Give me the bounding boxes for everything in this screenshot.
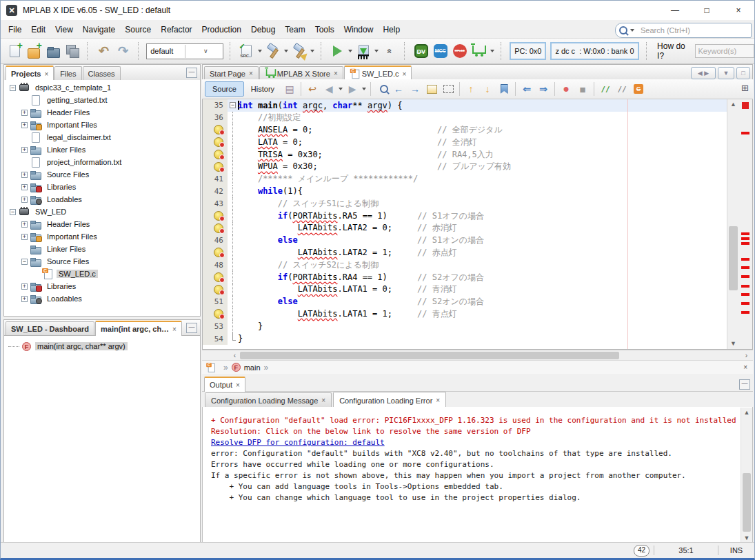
lightbulb-error-icon[interactable] — [214, 125, 223, 134]
tab-projects[interactable]: Projects× — [6, 66, 54, 81]
tree-item-label[interactable]: Linker Files — [45, 245, 88, 253]
navigator-item-main[interactable]: F main(int argc, char** argv) — [4, 340, 200, 352]
last-edit-icon[interactable]: ↩ — [305, 81, 320, 97]
error-mark[interactable] — [741, 285, 749, 288]
tab-scroll-arrows[interactable]: ◀ ▶ — [691, 67, 716, 79]
lightbulb-error-icon[interactable] — [214, 150, 223, 159]
fold-gutter[interactable] — [228, 234, 238, 247]
error-mark[interactable] — [741, 258, 749, 261]
code-text[interactable]: ANSELA = 0; // 全部デジタル — [238, 124, 503, 136]
close-icon[interactable]: × — [44, 70, 48, 78]
nav-back-icon[interactable]: ◀ — [321, 81, 336, 97]
expand-toggle-icon[interactable]: + — [21, 221, 28, 228]
error-mark[interactable] — [741, 237, 749, 240]
tree-item-label[interactable]: Source Files — [45, 170, 91, 179]
error-mark[interactable] — [741, 266, 749, 269]
how-do-i-input[interactable]: Keyword(s) — [695, 44, 755, 58]
shift-line-right-icon[interactable]: ⇒ — [536, 81, 551, 97]
fold-gutter[interactable]: − — [228, 99, 238, 112]
tree-item[interactable]: +Important Files — [4, 119, 200, 131]
tree-item[interactable]: SW_LED.c — [4, 268, 200, 280]
fold-gutter[interactable] — [228, 173, 238, 186]
tab-mplab-x-store[interactable]: MPLAB X Store× — [259, 66, 343, 80]
menu-help[interactable]: Help — [378, 23, 405, 37]
code-text[interactable]: if(PORTAbits.RA4 == 1) // S2オフの場合 — [238, 272, 484, 283]
menu-view[interactable]: View — [50, 23, 78, 37]
lightbulb-error-icon[interactable] — [214, 285, 223, 294]
code-text[interactable]: /****** メインループ ************/ — [238, 173, 418, 185]
expand-toggle-icon[interactable]: + — [21, 283, 28, 290]
shift-line-left-icon[interactable]: ⇐ — [519, 81, 534, 97]
tree-item[interactable]: −SW_LED — [4, 206, 200, 218]
error-mark[interactable] — [741, 302, 749, 305]
chevron-down-icon[interactable] — [362, 88, 366, 90]
editor-horizontal-scrollbar[interactable]: ‹ › — [202, 350, 753, 361]
expand-toggle-icon[interactable]: + — [21, 296, 28, 302]
fold-gutter[interactable] — [228, 332, 238, 345]
breadcrumb-item[interactable]: main — [244, 363, 261, 372]
fold-gutter[interactable] — [228, 136, 238, 148]
minimize-panel-button[interactable]: — — [739, 379, 750, 390]
tree-item-label[interactable]: legal_disclaimer.txt — [45, 133, 113, 141]
set-project-configuration-icon[interactable]: SRC✓ — [238, 42, 256, 60]
line-number[interactable]: 41 — [203, 173, 228, 186]
code-text[interactable]: LATAbits.LATA2 = 0; // 赤消灯 — [238, 222, 457, 234]
tab-classes[interactable]: Classes — [83, 66, 121, 80]
code-text[interactable]: LATAbits.LATA1 = 1; // 青点灯 — [238, 308, 457, 320]
tree-item[interactable]: +Important Files — [4, 230, 200, 243]
code-text[interactable]: TRISA = 0x30; // RA4,5入力 — [238, 149, 494, 161]
lightbulb-error-icon[interactable] — [214, 137, 223, 147]
toggle-bookmark-icon[interactable] — [496, 81, 512, 97]
tree-item-label[interactable]: Important Files — [45, 121, 99, 129]
comment-lines-icon[interactable]: // — [598, 81, 613, 97]
mcc-badge-icon[interactable]: MCC — [432, 42, 450, 60]
tree-item[interactable]: +Source Files — [4, 168, 200, 181]
code-text[interactable]: if(PORTAbits.RA5 == 1) // S1オフの場合 — [238, 210, 484, 222]
chevron-down-icon[interactable] — [339, 88, 343, 90]
notifications-badge[interactable]: 42 — [634, 545, 650, 557]
tree-item[interactable]: −dspic33_c_template_1 — [4, 81, 200, 94]
minimize-button[interactable]: — — [659, 1, 691, 20]
tree-item[interactable]: +Loadables — [4, 292, 200, 305]
record-macro-icon[interactable]: ● — [558, 81, 574, 97]
tree-item[interactable]: project_information.txt — [4, 156, 200, 168]
menu-team[interactable]: Team — [280, 23, 310, 37]
tree-item-label[interactable]: SW_LED.c — [57, 270, 98, 278]
code-line[interactable]: 48 // スイッチS2による制御 — [203, 259, 729, 271]
open-project-icon[interactable] — [44, 42, 62, 60]
menu-source[interactable]: Source — [120, 23, 156, 37]
scroll-up-icon[interactable]: ▲ — [727, 99, 739, 110]
lightbulb-error-icon[interactable] — [214, 223, 223, 233]
chevron-down-icon[interactable] — [374, 50, 379, 52]
tree-item-label[interactable]: Libraries — [45, 282, 78, 290]
rectangular-selection-icon[interactable] — [441, 81, 456, 97]
line-number[interactable]: 42 — [203, 186, 228, 198]
fold-gutter[interactable] — [228, 210, 238, 222]
chevron-down-icon[interactable] — [348, 50, 352, 52]
maximize-button[interactable]: □ — [691, 1, 723, 20]
menu-file[interactable]: File — [3, 23, 26, 37]
line-number[interactable]: 51 — [203, 296, 228, 308]
code-line[interactable]: 51 else // S2オンの場合 — [203, 296, 729, 308]
tree-item-label[interactable]: Loadables — [45, 294, 84, 303]
scroll-left-icon[interactable]: ‹ — [230, 350, 240, 361]
expand-toggle-icon[interactable]: + — [21, 172, 28, 178]
resolve-dfp-link[interactable]: Resolve DFP for configuration: default — [211, 437, 752, 448]
code-line[interactable]: if(PORTAbits.RA4 == 1) // S2オフの場合 — [203, 271, 729, 283]
lightbulb-error-icon[interactable] — [214, 272, 223, 282]
tab-output[interactable]: Output× — [204, 377, 245, 392]
close-icon[interactable]: × — [334, 70, 338, 77]
error-bulb-gutter[interactable] — [203, 124, 228, 137]
minimize-panel-button[interactable]: — — [186, 68, 197, 78]
code-text[interactable]: // スイッチS2による制御 — [238, 259, 379, 271]
code-text[interactable]: LATAbits.LATA1 = 0; // 青消灯 — [238, 283, 457, 295]
code-line[interactable]: 36 //初期設定 — [203, 112, 729, 124]
diff-icon[interactable]: ▤ — [282, 81, 297, 97]
history-view-button[interactable]: History — [244, 85, 281, 93]
lightbulb-error-icon[interactable] — [214, 248, 223, 257]
code-text[interactable]: else // S1オンの場合 — [238, 234, 484, 246]
tree-item-label[interactable]: SW_LED — [33, 208, 68, 216]
error-bulb-gutter[interactable] — [203, 210, 228, 222]
undo-icon[interactable]: ↶ — [95, 42, 113, 60]
fold-gutter[interactable] — [228, 124, 238, 137]
